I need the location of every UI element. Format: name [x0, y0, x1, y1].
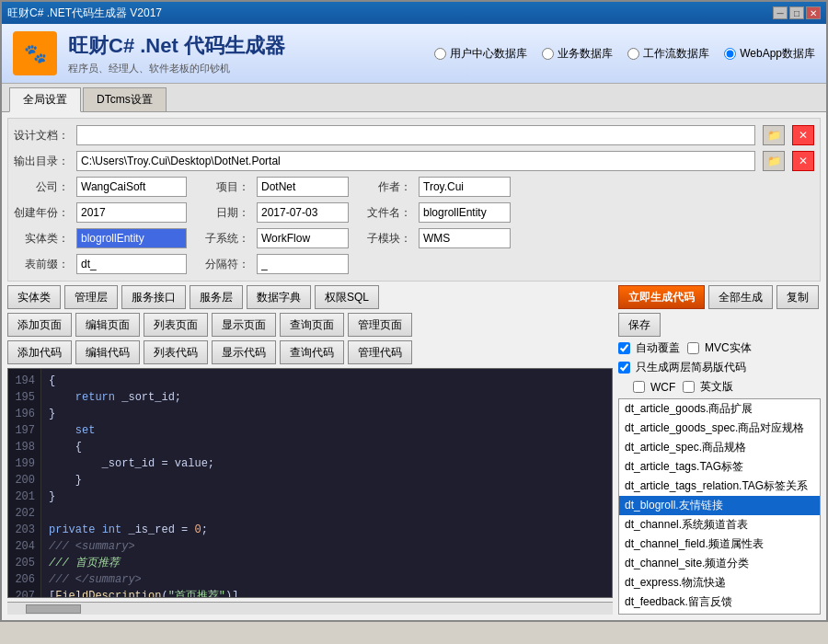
display-page-btn[interactable]: 显示页面	[212, 313, 276, 337]
entity-item[interactable]: dt_channel_field.频道属性表	[619, 535, 820, 554]
design-doc-input[interactable]	[76, 125, 755, 145]
checkboxes-area: 自动覆盖 MVC实体	[618, 340, 821, 356]
entity-item-selected[interactable]: dt_blogroll.友情链接	[619, 496, 820, 515]
entity-class-btn[interactable]: 实体类	[7, 285, 61, 309]
maximize-button[interactable]: □	[789, 6, 804, 19]
app-logo: 🐾	[13, 31, 57, 75]
subsys-label: 子系统：	[194, 231, 249, 247]
design-doc-label: 设计文档：	[14, 128, 69, 144]
checkboxes-area2: 只生成两层简易版代码	[618, 360, 821, 375]
query-code-btn[interactable]: 查询代码	[280, 340, 344, 364]
year-label: 创建年份：	[14, 205, 69, 221]
radio-user-db[interactable]: 用户中心数据库	[434, 46, 527, 62]
edit-code-btn[interactable]: 编辑代码	[75, 340, 140, 364]
design-doc-row: 设计文档： 📁 ✕	[14, 124, 814, 146]
content-area: 设计文档： 📁 ✕ 输出目录： 📁 ✕ 公司： 项目： 作者：	[2, 112, 826, 620]
manage-code-btn[interactable]: 管理代码	[348, 340, 412, 364]
generate-now-btn[interactable]: 立即生成代码	[618, 285, 705, 309]
save-btn[interactable]: 保存	[618, 313, 661, 337]
radio-webapp-db[interactable]: WebApp数据库	[724, 46, 815, 62]
output-dir-input[interactable]	[76, 151, 755, 171]
mvc-entity-checkbox[interactable]: MVC实体	[687, 340, 752, 356]
submod-input[interactable]	[419, 228, 511, 248]
copy-btn[interactable]: 复制	[776, 285, 819, 309]
tab-dtcms-settings[interactable]: DTcms设置	[83, 87, 167, 111]
code-content[interactable]: { return _sort_id; } set { _sort_id = va…	[41, 369, 612, 597]
entity-item[interactable]: dt_article_goods_spec.商品对应规格	[619, 419, 820, 438]
entity-item[interactable]: dt_feedback.留言反馈	[619, 592, 820, 612]
h-scrollbar[interactable]	[7, 602, 613, 615]
radio-biz-db[interactable]: 业务数据库	[542, 46, 613, 62]
query-page-btn[interactable]: 查询页面	[280, 313, 344, 337]
entity-item[interactable]: dt_article_goods.商品扩展	[619, 399, 820, 419]
generate-buttons-row: 立即生成代码 全部生成 复制 保存	[618, 285, 821, 337]
entity-item[interactable]: dt_article_spec.商品规格	[619, 438, 820, 457]
entity-item[interactable]: dt_channel.系统频道首表	[619, 515, 820, 535]
tab-bar: 全局设置 DTcms设置	[2, 84, 826, 112]
h-scroll-thumb[interactable]	[26, 604, 81, 614]
app-title-section: 旺财C# .Net 代码生成器 程序员、经理人、软件老板的印钞机	[68, 32, 423, 75]
close-button[interactable]: ✕	[806, 6, 821, 19]
minimize-button[interactable]: ─	[773, 6, 788, 19]
author-input[interactable]	[419, 177, 511, 197]
add-page-btn[interactable]: 添加页面	[7, 313, 72, 337]
edit-page-btn[interactable]: 编辑页面	[75, 313, 140, 337]
service-layer-btn[interactable]: 服务层	[190, 285, 243, 309]
author-label: 作者：	[356, 179, 411, 195]
data-dict-btn[interactable]: 数据字典	[247, 285, 311, 309]
entity-item[interactable]: dt_article_tags.TAG标签	[619, 457, 820, 477]
project-input[interactable]	[257, 177, 349, 197]
right-panel: 立即生成代码 全部生成 复制 保存 自动覆盖 MVC实体	[618, 285, 821, 615]
tab-global-settings[interactable]: 全局设置	[9, 87, 81, 112]
separator-input[interactable]	[257, 254, 349, 274]
output-dir-clear-btn[interactable]: ✕	[792, 151, 814, 171]
manage-page-btn[interactable]: 管理页面	[348, 313, 412, 337]
year-input[interactable]	[76, 202, 187, 223]
display-code-btn[interactable]: 显示代码	[212, 340, 276, 364]
separator-label: 分隔符：	[194, 257, 249, 272]
generate-all-btn[interactable]: 全部生成	[708, 285, 773, 309]
design-doc-browse-btn[interactable]: 📁	[763, 125, 785, 145]
simple-version-checkbox[interactable]: 只生成两层简易版代码	[618, 360, 746, 375]
action-buttons-row3: 添加代码 编辑代码 列表代码 显示代码 查询代码 管理代码	[7, 340, 613, 364]
english-version-checkbox[interactable]: 英文版	[683, 379, 733, 395]
service-interface-btn[interactable]: 服务接口	[121, 285, 186, 309]
line-numbers: 194 195 196 197 198 199 200 201 202 203 …	[8, 369, 41, 597]
wcf-checkbox[interactable]: WCF	[618, 381, 675, 394]
code-editor[interactable]: 194 195 196 197 198 199 200 201 202 203 …	[7, 368, 613, 598]
output-dir-row: 输出目录： 📁 ✕	[14, 150, 814, 172]
entity-row: 实体类： 子系统： 子模块：	[14, 227, 814, 249]
app-subtitle: 程序员、经理人、软件老板的印钞机	[68, 62, 423, 75]
filename-input[interactable]	[419, 202, 511, 223]
form-section: 设计文档： 📁 ✕ 输出目录： 📁 ✕ 公司： 项目： 作者：	[7, 118, 821, 282]
entity-item[interactable]: dt_article_tags_relation.TAG标签关系	[619, 477, 820, 496]
output-dir-browse-btn[interactable]: 📁	[763, 151, 785, 171]
date-input[interactable]	[257, 202, 349, 223]
radio-workflow-db[interactable]: 工作流数据库	[627, 46, 709, 62]
action-buttons-row1: 实体类 管理层 服务接口 服务层 数据字典 权限SQL	[7, 285, 613, 309]
filename-label: 文件名：	[356, 205, 411, 221]
left-panel: 实体类 管理层 服务接口 服务层 数据字典 权限SQL 添加页面 编辑页面 列表…	[7, 285, 613, 615]
add-code-btn[interactable]: 添加代码	[7, 340, 72, 364]
prefix-label: 表前缀：	[14, 257, 69, 272]
company-label: 公司：	[14, 179, 69, 195]
design-doc-clear-btn[interactable]: ✕	[792, 125, 814, 145]
company-row: 公司： 项目： 作者：	[14, 176, 814, 198]
permission-sql-btn[interactable]: 权限SQL	[315, 285, 379, 309]
list-code-btn[interactable]: 列表代码	[144, 340, 208, 364]
auto-overwrite-checkbox[interactable]: 自动覆盖	[618, 340, 680, 356]
title-bar-text: 旺财C# .NET代码生成器 V2017	[7, 6, 162, 21]
entity-label: 实体类：	[14, 231, 69, 247]
company-input[interactable]	[76, 177, 187, 197]
management-btn[interactable]: 管理层	[64, 285, 118, 309]
entity-item[interactable]: dt_friend_link.友情链接	[619, 612, 820, 615]
main-panel: 实体类 管理层 服务接口 服务层 数据字典 权限SQL 添加页面 编辑页面 列表…	[7, 285, 821, 615]
list-page-btn[interactable]: 列表页面	[144, 313, 208, 337]
project-label: 项目：	[194, 179, 249, 195]
entity-item[interactable]: dt_express.物流快递	[619, 573, 820, 592]
prefix-input[interactable]	[76, 254, 187, 274]
entity-list[interactable]: dt_article_goods.商品扩展 dt_article_goods_s…	[618, 398, 821, 615]
subsys-input[interactable]	[257, 228, 349, 248]
entity-item[interactable]: dt_channel_site.频道分类	[619, 554, 820, 573]
entity-input[interactable]	[76, 228, 187, 248]
